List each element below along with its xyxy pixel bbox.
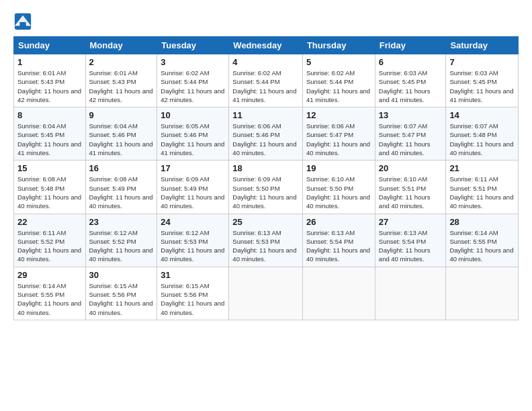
calendar-cell: [375, 267, 446, 320]
day-info: Sunrise: 6:15 AM Sunset: 5:56 PM Dayligh…: [89, 281, 154, 317]
calendar-cell: 19 Sunrise: 6:10 AM Sunset: 5:50 PM Dayl…: [302, 161, 375, 214]
calendar-cell: 24 Sunrise: 6:12 AM Sunset: 5:53 PM Dayl…: [157, 214, 229, 267]
weekday-header-row: SundayMondayTuesdayWednesdayThursdayFrid…: [14, 37, 519, 54]
day-info: Sunrise: 6:10 AM Sunset: 5:50 PM Dayligh…: [306, 175, 371, 210]
calendar-cell: 9 Sunrise: 6:04 AM Sunset: 5:46 PM Dayli…: [85, 107, 157, 161]
calendar-cell: 30 Sunrise: 6:15 AM Sunset: 5:56 PM Dayl…: [85, 267, 157, 320]
calendar-week-row: 15 Sunrise: 6:08 AM Sunset: 5:48 PM Dayl…: [14, 161, 519, 214]
calendar-cell: 8 Sunrise: 6:04 AM Sunset: 5:45 PM Dayli…: [14, 107, 86, 161]
calendar-week-row: 8 Sunrise: 6:04 AM Sunset: 5:45 PM Dayli…: [14, 107, 519, 161]
calendar-cell: 11 Sunrise: 6:06 AM Sunset: 5:46 PM Dayl…: [229, 107, 303, 161]
calendar-cell: 27 Sunrise: 6:13 AM Sunset: 5:54 PM Dayl…: [375, 214, 446, 267]
day-number: 28: [449, 217, 515, 227]
day-info: Sunrise: 6:04 AM Sunset: 5:45 PM Dayligh…: [17, 122, 82, 157]
day-number: 21: [449, 163, 515, 173]
day-info: Sunrise: 6:06 AM Sunset: 5:46 PM Dayligh…: [232, 122, 299, 157]
day-info: Sunrise: 6:15 AM Sunset: 5:56 PM Dayligh…: [161, 281, 225, 317]
calendar-cell: 2 Sunrise: 6:01 AM Sunset: 5:43 PM Dayli…: [85, 54, 157, 107]
day-info: Sunrise: 6:08 AM Sunset: 5:48 PM Dayligh…: [17, 175, 82, 210]
weekday-header-saturday: Saturday: [446, 37, 519, 54]
day-info: Sunrise: 6:14 AM Sunset: 5:55 PM Dayligh…: [17, 281, 82, 317]
day-number: 13: [379, 110, 443, 120]
day-info: Sunrise: 6:11 AM Sunset: 5:52 PM Dayligh…: [17, 228, 82, 264]
day-info: Sunrise: 6:12 AM Sunset: 5:52 PM Dayligh…: [89, 228, 154, 264]
calendar-cell: 25 Sunrise: 6:13 AM Sunset: 5:53 PM Dayl…: [229, 214, 303, 267]
calendar-cell: 17 Sunrise: 6:09 AM Sunset: 5:49 PM Dayl…: [157, 161, 229, 214]
day-info: Sunrise: 6:10 AM Sunset: 5:51 PM Dayligh…: [379, 175, 443, 210]
day-number: 20: [379, 163, 443, 173]
calendar-table: SundayMondayTuesdayWednesdayThursdayFrid…: [13, 36, 519, 320]
day-info: Sunrise: 6:02 AM Sunset: 5:44 PM Dayligh…: [161, 68, 225, 104]
calendar-cell: 26 Sunrise: 6:13 AM Sunset: 5:54 PM Dayl…: [302, 214, 375, 267]
day-number: 4: [232, 57, 299, 67]
weekday-header-thursday: Thursday: [302, 37, 375, 54]
day-info: Sunrise: 6:13 AM Sunset: 5:54 PM Dayligh…: [306, 228, 371, 264]
day-number: 22: [17, 217, 82, 227]
svg-rect-2: [19, 22, 26, 27]
day-number: 16: [89, 163, 154, 173]
day-number: 23: [89, 217, 154, 227]
day-info: Sunrise: 6:13 AM Sunset: 5:53 PM Dayligh…: [232, 228, 299, 264]
calendar-cell: 6 Sunrise: 6:03 AM Sunset: 5:45 PM Dayli…: [375, 54, 446, 107]
calendar-week-row: 22 Sunrise: 6:11 AM Sunset: 5:52 PM Dayl…: [14, 214, 519, 267]
day-info: Sunrise: 6:07 AM Sunset: 5:48 PM Dayligh…: [449, 122, 515, 157]
calendar-week-row: 1 Sunrise: 6:01 AM Sunset: 5:43 PM Dayli…: [14, 54, 519, 107]
day-number: 26: [306, 217, 371, 227]
day-number: 18: [232, 163, 299, 173]
weekday-header-sunday: Sunday: [14, 37, 86, 54]
day-info: Sunrise: 6:09 AM Sunset: 5:49 PM Dayligh…: [161, 175, 225, 210]
day-info: Sunrise: 6:03 AM Sunset: 5:45 PM Dayligh…: [449, 68, 515, 104]
day-info: Sunrise: 6:11 AM Sunset: 5:51 PM Dayligh…: [449, 175, 515, 210]
calendar-cell: [229, 267, 303, 320]
calendar-cell: 16 Sunrise: 6:08 AM Sunset: 5:49 PM Dayl…: [85, 161, 157, 214]
calendar-cell: 28 Sunrise: 6:14 AM Sunset: 5:55 PM Dayl…: [446, 214, 519, 267]
day-info: Sunrise: 6:14 AM Sunset: 5:55 PM Dayligh…: [449, 228, 515, 264]
day-info: Sunrise: 6:02 AM Sunset: 5:44 PM Dayligh…: [306, 68, 371, 104]
day-number: 6: [379, 57, 443, 67]
weekday-header-tuesday: Tuesday: [157, 37, 229, 54]
day-info: Sunrise: 6:01 AM Sunset: 5:43 PM Dayligh…: [17, 68, 82, 104]
calendar-cell: [446, 267, 519, 320]
day-number: 2: [89, 57, 154, 67]
calendar-cell: 7 Sunrise: 6:03 AM Sunset: 5:45 PM Dayli…: [446, 54, 519, 107]
calendar-cell: 3 Sunrise: 6:02 AM Sunset: 5:44 PM Dayli…: [157, 54, 229, 107]
day-number: 30: [89, 270, 154, 280]
day-info: Sunrise: 6:01 AM Sunset: 5:43 PM Dayligh…: [89, 68, 154, 104]
day-number: 14: [449, 110, 515, 120]
logo-icon: [13, 12, 32, 31]
calendar-cell: 5 Sunrise: 6:02 AM Sunset: 5:44 PM Dayli…: [302, 54, 375, 107]
weekday-header-wednesday: Wednesday: [229, 37, 303, 54]
day-info: Sunrise: 6:02 AM Sunset: 5:44 PM Dayligh…: [232, 68, 299, 104]
calendar-week-row: 29 Sunrise: 6:14 AM Sunset: 5:55 PM Dayl…: [14, 267, 519, 320]
day-number: 29: [17, 270, 82, 280]
day-number: 19: [306, 163, 371, 173]
calendar-cell: 12 Sunrise: 6:06 AM Sunset: 5:47 PM Dayl…: [302, 107, 375, 161]
day-number: 27: [379, 217, 443, 227]
calendar-cell: 1 Sunrise: 6:01 AM Sunset: 5:43 PM Dayli…: [14, 54, 86, 107]
page-header: [13, 12, 519, 31]
day-info: Sunrise: 6:12 AM Sunset: 5:53 PM Dayligh…: [161, 228, 225, 264]
day-info: Sunrise: 6:06 AM Sunset: 5:47 PM Dayligh…: [306, 122, 371, 157]
calendar-cell: 31 Sunrise: 6:15 AM Sunset: 5:56 PM Dayl…: [157, 267, 229, 320]
calendar-cell: 22 Sunrise: 6:11 AM Sunset: 5:52 PM Dayl…: [14, 214, 86, 267]
day-number: 10: [161, 110, 225, 120]
day-number: 5: [306, 57, 371, 67]
day-number: 8: [17, 110, 82, 120]
calendar-cell: 10 Sunrise: 6:05 AM Sunset: 5:46 PM Dayl…: [157, 107, 229, 161]
calendar-cell: [302, 267, 375, 320]
day-number: 11: [232, 110, 299, 120]
day-number: 31: [161, 270, 225, 280]
calendar-cell: 21 Sunrise: 6:11 AM Sunset: 5:51 PM Dayl…: [446, 161, 519, 214]
day-number: 7: [449, 57, 515, 67]
day-info: Sunrise: 6:05 AM Sunset: 5:46 PM Dayligh…: [161, 122, 225, 157]
day-number: 17: [161, 163, 225, 173]
day-info: Sunrise: 6:09 AM Sunset: 5:50 PM Dayligh…: [232, 175, 299, 210]
calendar-cell: 4 Sunrise: 6:02 AM Sunset: 5:44 PM Dayli…: [229, 54, 303, 107]
calendar-cell: 15 Sunrise: 6:08 AM Sunset: 5:48 PM Dayl…: [14, 161, 86, 214]
day-number: 1: [17, 57, 82, 67]
day-number: 24: [161, 217, 225, 227]
day-info: Sunrise: 6:03 AM Sunset: 5:45 PM Dayligh…: [379, 68, 443, 104]
day-info: Sunrise: 6:08 AM Sunset: 5:49 PM Dayligh…: [89, 175, 154, 210]
day-number: 3: [161, 57, 225, 67]
day-info: Sunrise: 6:04 AM Sunset: 5:46 PM Dayligh…: [89, 122, 154, 157]
